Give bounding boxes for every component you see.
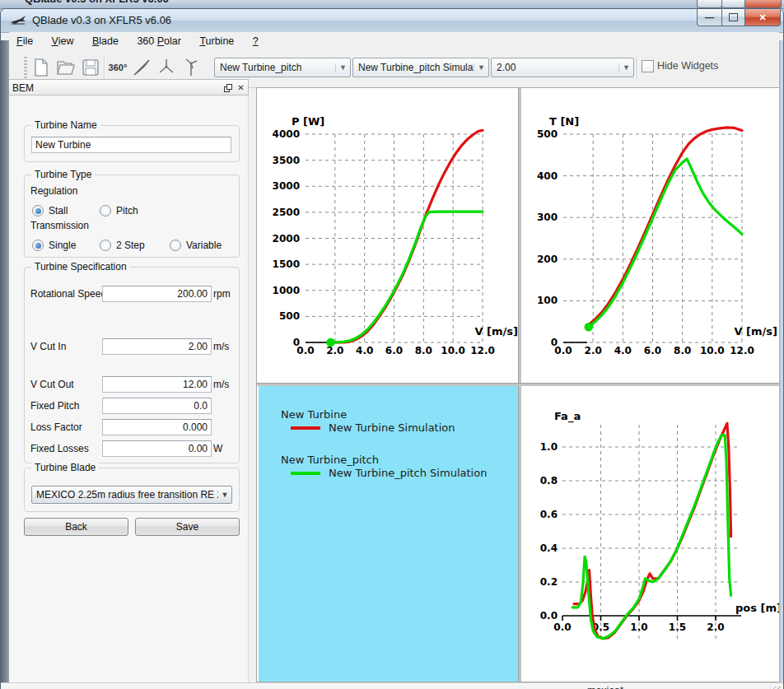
titlebar[interactable]: QBlade v0.3 on XFLR5 v6.06 — ✕: [1, 9, 783, 33]
legend-entry-2[interactable]: New Turbine_pitch Simulation: [291, 467, 487, 479]
svg-text:2000: 2000: [273, 233, 300, 244]
new-project-button[interactable]: [30, 56, 52, 79]
simulation-select-combo[interactable]: New Turbine_pitch Simulation ▼: [352, 58, 489, 77]
radio-variable[interactable]: Variable: [170, 240, 222, 251]
minimize-button[interactable]: —: [697, 9, 722, 26]
windspeed-select-value: 2.00: [492, 62, 618, 73]
turbine-type-group-title: Turbine Type: [31, 169, 95, 180]
svg-text:8.0: 8.0: [674, 345, 691, 356]
radio-stall[interactable]: Stall: [32, 205, 68, 216]
turbine-blade-group-title: Turbine Blade: [31, 462, 99, 473]
rotational-speed-unit: rpm: [213, 288, 231, 300]
svg-text:500: 500: [279, 310, 300, 322]
polar-360-button[interactable]: 360°: [107, 56, 128, 79]
radio-pitch[interactable]: Pitch: [100, 205, 138, 216]
menubar: File View Blade 360 Polar Turbine ?: [9, 32, 779, 53]
svg-text:0.0: 0.0: [540, 610, 558, 621]
svg-text:P [W]: P [W]: [292, 115, 324, 128]
legend-turbine-2: New Turbine_pitch: [281, 454, 379, 466]
chevron-down-icon: ▼: [218, 491, 231, 499]
maximize-button[interactable]: [721, 9, 745, 26]
rotor-simulation-button[interactable]: [156, 56, 177, 79]
menu-blade[interactable]: Blade: [85, 32, 126, 52]
radio-single-label: Single: [49, 240, 76, 251]
window-title: QBlade v0.3 on XFLR5 v6.06: [32, 14, 171, 26]
power-graph[interactable]: 050010001500200025003000350040000.02.04.…: [259, 87, 518, 384]
dock-titlebar[interactable]: BEM ✕: [9, 79, 249, 95]
svg-text:6.0: 6.0: [644, 345, 661, 356]
svg-text:4000: 4000: [273, 128, 300, 140]
dock-float-button[interactable]: [222, 81, 234, 94]
project-name: mexico*: [587, 685, 623, 689]
dock-splitter[interactable]: [249, 95, 256, 682]
turbine-name-input[interactable]: [31, 137, 231, 153]
chevron-down-icon: ▼: [474, 63, 488, 72]
svg-text:1.5: 1.5: [669, 621, 686, 633]
svg-text:10.0: 10.0: [700, 345, 725, 356]
toolbar-drag-handle[interactable]: [24, 57, 27, 81]
svg-text:0.2: 0.2: [540, 576, 558, 588]
turbine-select-combo[interactable]: New Turbine_pitch ▼: [214, 58, 351, 77]
svg-text:1.0: 1.0: [540, 441, 558, 453]
svg-text:V [m/s]: V [m/s]: [734, 325, 777, 338]
thrust-graph[interactable]: 01002003004005000.02.04.06.08.010.012.0T…: [520, 87, 780, 384]
legend-simulation-2: New Turbine_pitch Simulation: [329, 467, 487, 479]
svg-text:0.4: 0.4: [540, 542, 558, 554]
dock-close-button[interactable]: ✕: [235, 81, 247, 94]
menu-turbine[interactable]: Turbine: [192, 32, 241, 52]
menu-file[interactable]: File: [9, 32, 40, 52]
menu-360-polar[interactable]: 360 Polar: [129, 32, 189, 52]
screen: QBlade v0.3 on XFLR5 v6.06 QBlade v0.3 o…: [0, 0, 784, 689]
svg-text:300: 300: [537, 212, 558, 223]
hide-widgets-label: Hide Widgets: [657, 60, 718, 72]
open-project-button[interactable]: [55, 56, 77, 79]
v-cut-in-input[interactable]: [102, 338, 212, 355]
radio-2step[interactable]: 2 Step: [100, 240, 145, 251]
svg-text:400: 400: [537, 170, 558, 182]
menu-view[interactable]: View: [44, 32, 82, 52]
blade-design-button[interactable]: [131, 56, 152, 79]
qblade-window: QBlade v0.3 on XFLR5 v6.06 — ✕ File View…: [0, 8, 784, 689]
axial-induction-graph[interactable]: 0.00.20.40.60.81.00.00.51.01.52.0Fa_apos…: [520, 384, 780, 682]
radio-single[interactable]: Single: [32, 240, 76, 251]
loss-factor-input[interactable]: [102, 419, 212, 435]
svg-text:2500: 2500: [273, 207, 300, 218]
turbine-blade-dropdown[interactable]: MEXICO 2.25m radius free transition RE 2…: [31, 486, 232, 504]
close-button[interactable]: ✕: [744, 9, 781, 26]
save-project-button[interactable]: [80, 56, 101, 79]
svg-text:2.0: 2.0: [326, 345, 343, 356]
fixed-pitch-label: Fixed Pitch: [30, 400, 79, 412]
svg-text:10.0: 10.0: [441, 345, 465, 356]
rotor-icon: [156, 58, 176, 77]
background-close-button[interactable]: [744, 0, 782, 8]
back-button[interactable]: Back: [24, 518, 128, 536]
hide-widgets-checkbox[interactable]: [642, 60, 654, 72]
fixed-losses-input[interactable]: [102, 440, 212, 457]
toolbar-separator: [104, 56, 105, 79]
fixed-pitch-input[interactable]: [102, 398, 212, 414]
svg-text:T [N]: T [N]: [549, 115, 579, 128]
legend-entry-1[interactable]: New Turbine Simulation: [291, 421, 455, 434]
svg-text:200: 200: [537, 254, 558, 265]
regulation-label: Regulation: [30, 185, 77, 197]
svg-text:2.0: 2.0: [585, 345, 602, 356]
save-button[interactable]: Save: [135, 518, 240, 536]
menu-help[interactable]: ?: [245, 32, 266, 52]
windspeed-select-combo[interactable]: 2.00 ▼: [491, 58, 634, 77]
simulation-select-value: New Turbine_pitch Simulation: [353, 62, 474, 73]
svg-text:12.0: 12.0: [470, 345, 495, 356]
radio-dot: [100, 240, 111, 251]
rotational-speed-input[interactable]: [102, 286, 212, 302]
background-maximize-button[interactable]: [721, 0, 745, 8]
legend-panel: New Turbine New Turbine Simulation New T…: [259, 384, 518, 682]
svg-text:12.0: 12.0: [730, 345, 754, 356]
background-minimize-button[interactable]: [697, 0, 722, 8]
turbine-simulation-button[interactable]: [180, 56, 202, 79]
toolbar-separator: [637, 56, 638, 79]
fixed-losses-unit: W: [213, 443, 222, 454]
radio-dot: [100, 205, 111, 216]
v-cut-out-input[interactable]: [102, 376, 212, 393]
legend-line-green: [291, 472, 320, 475]
turbine-icon: [181, 58, 201, 77]
turbine-select-value: New Turbine_pitch: [215, 62, 335, 73]
